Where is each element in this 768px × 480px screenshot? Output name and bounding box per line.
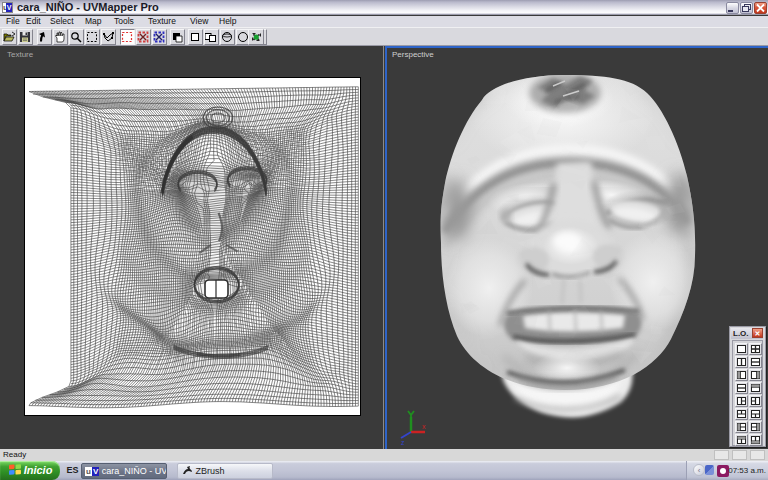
svg-text:z: z	[401, 439, 405, 445]
svg-text:x: x	[422, 423, 426, 430]
